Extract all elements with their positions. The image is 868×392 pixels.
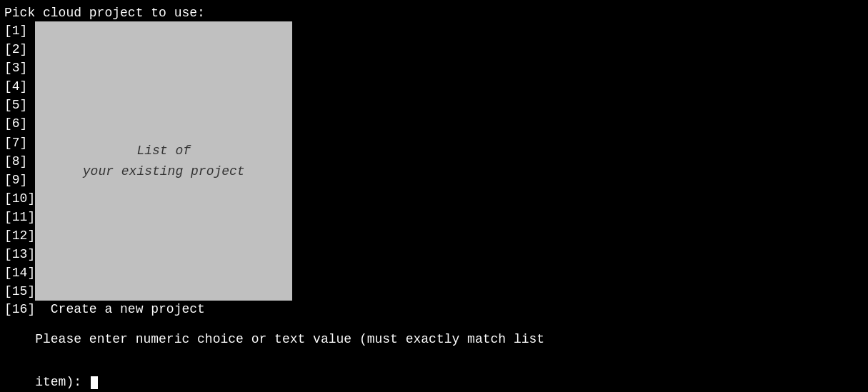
- line-number-5: [5]: [4, 96, 35, 114]
- create-new-line: [16] Create a new project: [4, 302, 864, 316]
- line-number-13: [13]: [4, 245, 35, 263]
- line-number-15: [15]: [4, 282, 35, 301]
- line-number-14: [14]: [4, 263, 35, 282]
- line-number-1: [1]: [4, 21, 35, 40]
- terminal-container: Pick cloud project to use: [1] [2] [3] […: [4, 6, 864, 386]
- project-list-text: List of your existing project: [83, 141, 245, 182]
- line-number-6: [6]: [4, 114, 35, 133]
- line-number-8: [8]: [4, 152, 35, 171]
- line-number-7: [7]: [4, 134, 35, 152]
- project-list-box: List of your existing project: [35, 21, 292, 301]
- line-number-3: [3]: [4, 59, 35, 77]
- input-prompt-line1: Please enter numeric choice or text valu…: [4, 318, 864, 361]
- list-area: [1] [2] [3] [4] [5] [6] [7] [8] [9] [10]…: [4, 21, 864, 301]
- line-number-12: [12]: [4, 226, 35, 245]
- line-number-11: [11]: [4, 208, 35, 226]
- project-list-line1: List of: [136, 144, 191, 158]
- line-number-2: [2]: [4, 40, 35, 59]
- line-number-4: [4]: [4, 77, 35, 96]
- line-number-9: [9]: [4, 171, 35, 189]
- line-number-10: [10]: [4, 189, 35, 208]
- prompt-line: Pick cloud project to use:: [4, 6, 864, 20]
- cursor: [91, 376, 98, 389]
- line-numbers: [1] [2] [3] [4] [5] [6] [7] [8] [9] [10]…: [4, 21, 35, 301]
- input-prompt-line2: item):: [4, 361, 864, 392]
- project-list-line2: your existing project: [83, 164, 245, 179]
